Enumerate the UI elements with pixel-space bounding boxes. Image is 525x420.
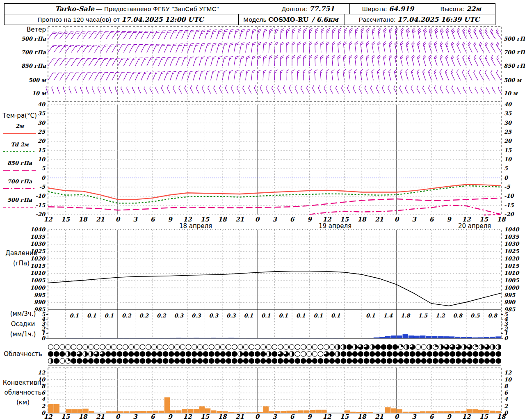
svg-text:500 м: 500 м bbox=[28, 77, 47, 83]
svg-text:850 гПа: 850 гПа bbox=[21, 63, 46, 69]
svg-text:500 гПа: 500 гПа bbox=[7, 197, 32, 203]
svg-text:6: 6 bbox=[429, 413, 434, 420]
svg-text:21: 21 bbox=[375, 216, 383, 223]
svg-text:0.2: 0.2 bbox=[122, 313, 132, 319]
svg-text:6: 6 bbox=[41, 390, 46, 396]
svg-text:1005: 1005 bbox=[30, 277, 46, 283]
svg-text:Td 2м: Td 2м bbox=[11, 142, 29, 148]
svg-text:-15: -15 bbox=[36, 202, 46, 208]
svg-text:1.8: 1.8 bbox=[401, 313, 411, 319]
svg-text:25: 25 bbox=[38, 129, 46, 135]
svg-text:1010: 1010 bbox=[30, 270, 46, 276]
svg-text:0: 0 bbox=[395, 216, 399, 223]
svg-text:4: 4 bbox=[41, 396, 46, 402]
svg-text:30: 30 bbox=[38, 120, 46, 126]
svg-text:0.3: 0.3 bbox=[192, 313, 201, 319]
svg-text:1015: 1015 bbox=[30, 263, 46, 269]
svg-text:40: 40 bbox=[38, 101, 46, 107]
svg-text:0.3: 0.3 bbox=[226, 313, 236, 319]
svg-text:20: 20 bbox=[504, 138, 512, 144]
svg-text:18: 18 bbox=[79, 413, 88, 420]
svg-text:0.2: 0.2 bbox=[157, 313, 167, 319]
wind-barbs-panel: Ветер500 гПа500 гПа700 гПа700 гПа850 гПа… bbox=[21, 26, 525, 102]
svg-text:21: 21 bbox=[96, 413, 105, 420]
svg-text:18: 18 bbox=[497, 413, 506, 420]
svg-text:12: 12 bbox=[323, 413, 332, 420]
svg-text:8: 8 bbox=[504, 383, 509, 389]
svg-text:1010: 1010 bbox=[504, 270, 520, 276]
svg-text:10 м: 10 м bbox=[32, 90, 47, 96]
svg-text:850 гПа: 850 гПа bbox=[7, 160, 32, 166]
svg-text:500 гПа: 500 гПа bbox=[21, 36, 46, 42]
svg-text:-5: -5 bbox=[504, 184, 510, 190]
temperature-panel: 40403535303025252020151510105500-5-5-10-… bbox=[2, 101, 514, 217]
svg-text:18: 18 bbox=[358, 216, 367, 223]
svg-text:-5: -5 bbox=[39, 184, 46, 190]
svg-text:15: 15 bbox=[61, 216, 70, 223]
svg-text:3: 3 bbox=[412, 413, 417, 420]
svg-text:12: 12 bbox=[504, 370, 512, 376]
svg-text:995: 995 bbox=[34, 292, 46, 298]
svg-text:20 апреля: 20 апреля bbox=[458, 222, 491, 230]
svg-text:-10: -10 bbox=[504, 193, 514, 199]
svg-text:12: 12 bbox=[462, 413, 471, 420]
svg-text:35: 35 bbox=[38, 110, 46, 116]
svg-text:(мм/1ч.): (мм/1ч.) bbox=[10, 331, 36, 338]
svg-text:0: 0 bbox=[255, 413, 260, 420]
svg-text:9: 9 bbox=[447, 216, 452, 223]
svg-text:0: 0 bbox=[395, 413, 399, 420]
svg-text:0.8: 0.8 bbox=[453, 313, 463, 319]
svg-text:990: 990 bbox=[504, 299, 516, 305]
svg-text:0.1: 0.1 bbox=[313, 313, 323, 319]
svg-text:10: 10 bbox=[504, 377, 512, 383]
svg-text:12: 12 bbox=[44, 216, 53, 223]
svg-text:18 апреля: 18 апреля bbox=[179, 222, 212, 230]
svg-text:облачность: облачность bbox=[5, 389, 42, 396]
svg-text:1030: 1030 bbox=[504, 241, 520, 247]
svg-text:995: 995 bbox=[504, 292, 516, 298]
svg-text:15: 15 bbox=[340, 413, 349, 420]
svg-text:0.1: 0.1 bbox=[331, 313, 340, 319]
svg-text:12: 12 bbox=[183, 413, 192, 420]
svg-text:1.5: 1.5 bbox=[418, 313, 428, 319]
svg-text:10: 10 bbox=[504, 156, 512, 162]
svg-text:0: 0 bbox=[255, 216, 260, 223]
svg-text:30: 30 bbox=[504, 120, 512, 126]
svg-text:-10: -10 bbox=[36, 193, 46, 199]
svg-text:Тем-ра(°C): Тем-ра(°C) bbox=[2, 112, 37, 119]
svg-text:5: 5 bbox=[504, 311, 508, 317]
svg-text:18: 18 bbox=[218, 216, 227, 223]
svg-text:(мм/3ч.): (мм/3ч.) bbox=[10, 310, 36, 317]
svg-text:1035: 1035 bbox=[504, 234, 519, 240]
svg-text:500 м: 500 м bbox=[504, 77, 522, 83]
svg-text:3: 3 bbox=[133, 413, 138, 420]
svg-text:990: 990 bbox=[34, 299, 46, 305]
svg-text:3: 3 bbox=[412, 216, 417, 223]
svg-text:Осадки: Осадки bbox=[11, 320, 35, 328]
svg-text:40: 40 bbox=[504, 101, 512, 107]
svg-text:15: 15 bbox=[61, 413, 70, 420]
svg-text:1015: 1015 bbox=[504, 263, 519, 269]
svg-text:0.1: 0.1 bbox=[261, 313, 271, 319]
svg-text:1025: 1025 bbox=[504, 248, 519, 254]
svg-text:21: 21 bbox=[235, 216, 244, 223]
svg-text:9: 9 bbox=[168, 413, 173, 420]
svg-text:4: 4 bbox=[504, 396, 508, 402]
svg-text:0.1: 0.1 bbox=[278, 313, 288, 319]
svg-text:(гПа): (гПа) bbox=[13, 260, 30, 267]
svg-text:3: 3 bbox=[272, 413, 277, 420]
svg-text:6: 6 bbox=[504, 390, 509, 396]
svg-text:700 гПа: 700 гПа bbox=[504, 49, 525, 55]
svg-text:(км): (км) bbox=[16, 399, 30, 406]
svg-text:0.1: 0.1 bbox=[296, 313, 306, 319]
pressure-panel: 1040104010351035103010301025102510201020… bbox=[5, 226, 520, 313]
svg-text:9: 9 bbox=[307, 216, 312, 223]
svg-text:1.4: 1.4 bbox=[383, 313, 393, 319]
svg-text:18: 18 bbox=[218, 413, 227, 420]
svg-text:9: 9 bbox=[307, 413, 312, 420]
svg-text:21: 21 bbox=[235, 413, 244, 420]
svg-text:9: 9 bbox=[168, 216, 173, 223]
x-axis-bottom: 1215182103691215182103691215182103691215… bbox=[44, 413, 506, 420]
svg-text:850 гПа: 850 гПа bbox=[504, 63, 525, 69]
svg-text:10 м: 10 м bbox=[504, 90, 518, 96]
